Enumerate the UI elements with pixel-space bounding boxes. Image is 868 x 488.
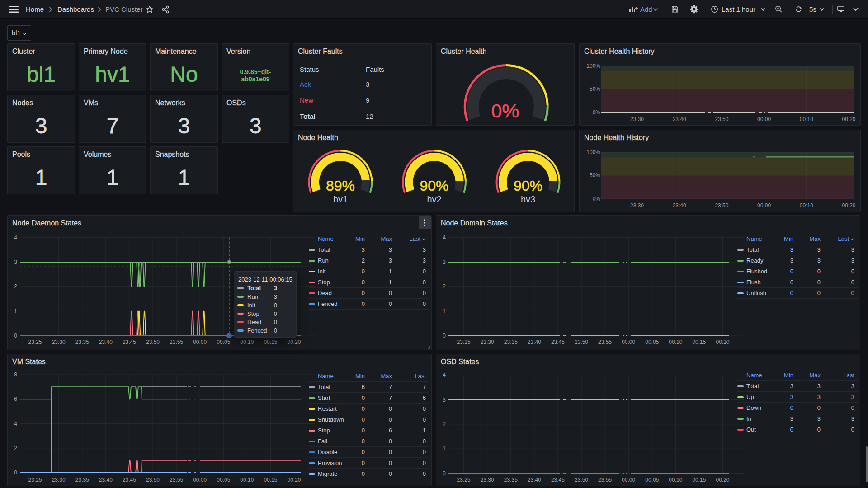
svg-text:00:20: 00:20: [842, 116, 855, 122]
svg-text:23:30: 23:30: [630, 116, 644, 122]
svg-text:23:50: 23:50: [146, 339, 160, 345]
svg-text:23:40: 23:40: [673, 202, 686, 209]
svg-text:00:05: 00:05: [645, 339, 659, 345]
svg-text:4: 4: [443, 235, 446, 241]
svg-text:00:05: 00:05: [217, 339, 230, 345]
svg-text:3: 3: [443, 259, 446, 265]
svg-text:23:45: 23:45: [551, 339, 565, 345]
svg-text:23:35: 23:35: [75, 477, 89, 483]
svg-text:4: 4: [14, 235, 17, 241]
svg-text:23:45: 23:45: [123, 339, 136, 345]
svg-text:3: 3: [443, 397, 446, 403]
svg-text:00:20: 00:20: [716, 339, 729, 345]
svg-text:23:50: 23:50: [575, 477, 588, 483]
svg-text:23:55: 23:55: [170, 477, 183, 483]
svg-text:00:00: 00:00: [757, 116, 771, 122]
svg-text:0: 0: [14, 333, 17, 339]
svg-text:23:40: 23:40: [528, 339, 541, 345]
svg-text:23:30: 23:30: [52, 477, 66, 483]
svg-text:1: 1: [14, 308, 17, 314]
svg-text:00:00: 00:00: [757, 202, 771, 209]
svg-text:23:55: 23:55: [598, 339, 612, 345]
svg-text:50%: 50%: [590, 172, 600, 178]
svg-text:00:20: 00:20: [716, 477, 729, 483]
svg-text:23:40: 23:40: [99, 339, 113, 345]
svg-text:00:00: 00:00: [193, 477, 207, 483]
svg-text:00:05: 00:05: [217, 477, 230, 483]
svg-text:6: 6: [14, 396, 17, 402]
svg-text:00:05: 00:05: [645, 477, 659, 483]
svg-text:23:30: 23:30: [481, 477, 494, 483]
svg-text:23:55: 23:55: [170, 339, 183, 345]
svg-text:00:10: 00:10: [800, 116, 813, 122]
svg-text:23:50: 23:50: [715, 202, 728, 209]
svg-text:23:25: 23:25: [28, 477, 42, 483]
svg-text:00:10: 00:10: [669, 477, 682, 483]
svg-text:23:25: 23:25: [457, 477, 471, 483]
svg-text:0: 0: [443, 470, 446, 477]
svg-text:00:20: 00:20: [287, 339, 301, 345]
svg-text:23:40: 23:40: [528, 477, 541, 483]
svg-text:4: 4: [14, 421, 17, 427]
svg-text:23:45: 23:45: [551, 477, 565, 483]
svg-text:23:40: 23:40: [673, 116, 686, 122]
svg-text:0%: 0%: [593, 196, 601, 202]
svg-text:00:15: 00:15: [692, 339, 706, 345]
svg-text:00:10: 00:10: [240, 339, 254, 345]
svg-text:2: 2: [443, 283, 446, 290]
svg-text:23:40: 23:40: [99, 477, 113, 483]
svg-text:2: 2: [14, 445, 17, 451]
svg-text:23:35: 23:35: [504, 477, 518, 483]
svg-text:00:10: 00:10: [800, 202, 813, 209]
svg-text:50%: 50%: [590, 86, 600, 92]
svg-text:23:45: 23:45: [123, 477, 136, 483]
svg-text:4: 4: [443, 372, 446, 378]
svg-text:23:35: 23:35: [75, 339, 89, 345]
svg-text:23:50: 23:50: [715, 116, 728, 122]
svg-text:23:30: 23:30: [52, 339, 66, 345]
svg-text:23:55: 23:55: [598, 477, 612, 483]
svg-text:0: 0: [14, 469, 17, 476]
svg-text:00:10: 00:10: [240, 477, 254, 483]
svg-text:2: 2: [14, 283, 17, 290]
svg-text:23:35: 23:35: [504, 339, 518, 345]
svg-text:1: 1: [443, 308, 446, 314]
svg-text:00:15: 00:15: [264, 339, 277, 345]
svg-text:00:10: 00:10: [669, 339, 682, 345]
svg-text:00:15: 00:15: [264, 477, 277, 483]
svg-text:2: 2: [443, 421, 446, 427]
svg-text:0%: 0%: [593, 109, 601, 116]
svg-text:1: 1: [443, 446, 446, 452]
svg-text:23:50: 23:50: [575, 339, 588, 345]
svg-text:100%: 100%: [586, 149, 600, 155]
svg-text:23:50: 23:50: [146, 477, 160, 483]
svg-text:23:30: 23:30: [630, 202, 644, 209]
svg-text:00:00: 00:00: [193, 339, 207, 345]
svg-text:00:20: 00:20: [842, 202, 855, 209]
svg-text:8: 8: [14, 371, 17, 378]
svg-text:23:25: 23:25: [28, 339, 42, 345]
svg-text:100%: 100%: [586, 63, 600, 69]
svg-text:23:25: 23:25: [457, 339, 471, 345]
svg-text:00:00: 00:00: [622, 477, 635, 483]
svg-text:3: 3: [14, 259, 17, 265]
svg-text:00:15: 00:15: [692, 477, 706, 483]
svg-text:0: 0: [443, 333, 446, 339]
svg-text:00:20: 00:20: [287, 477, 301, 483]
svg-text:00:00: 00:00: [622, 339, 635, 345]
svg-text:23:30: 23:30: [481, 339, 494, 345]
